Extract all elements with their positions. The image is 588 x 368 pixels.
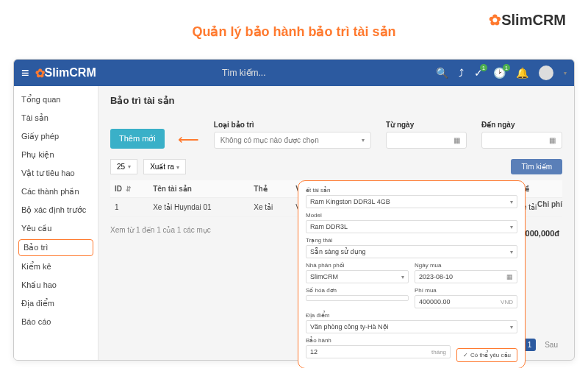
search-wrap bbox=[96, 68, 436, 78]
arrow-annotation-icon: ⟵ bbox=[178, 130, 199, 148]
popup-fee-input[interactable]: 400000.00VND bbox=[415, 295, 517, 308]
sidebar-item-requests[interactable]: Yêu cầu bbox=[14, 219, 98, 238]
check-icon[interactable]: ✓1 bbox=[474, 67, 483, 79]
sidebar-item-accessories[interactable]: Phụ kiện bbox=[14, 146, 98, 164]
filter-row: Thêm mới ⟵ Loại bảo trì Không có mục nào… bbox=[110, 121, 562, 149]
pagesize-select[interactable]: 25 ▾ bbox=[110, 159, 137, 174]
warranty-unit: tháng bbox=[431, 349, 446, 355]
popup-buydate-label: Ngày mua bbox=[415, 262, 517, 269]
currency-label: VND bbox=[501, 299, 513, 305]
pager-next[interactable]: Sau bbox=[540, 339, 562, 351]
search-icon[interactable]: 🔍 bbox=[436, 67, 448, 79]
chevron-down-icon: ▾ bbox=[510, 249, 513, 255]
popup-distributor-select[interactable]: SlimCRM▾ bbox=[306, 270, 409, 283]
outer-brand-logo: ✿SlimCRM bbox=[489, 11, 566, 29]
clock-icon[interactable]: 🕑1 bbox=[493, 67, 506, 79]
popup-location-label: Địa điểm bbox=[306, 312, 517, 319]
filter-type-label: Loại bảo trì bbox=[214, 121, 371, 129]
popup-status-label: Trạng thái bbox=[306, 237, 517, 244]
calendar-icon: ▦ bbox=[506, 273, 513, 280]
chevron-down-icon: ▾ bbox=[401, 274, 404, 280]
app-logo[interactable]: ✿SlimCRM bbox=[35, 66, 96, 80]
popup-invoice-input[interactable] bbox=[306, 295, 409, 301]
chevron-down-icon: ▾ bbox=[176, 164, 179, 171]
topbar: ≡ ✿SlimCRM 🔍 ⤴ ✓1 🕑1 🔔 ▾ bbox=[14, 60, 574, 86]
popup-invoice-label: Số hóa đơn bbox=[306, 287, 409, 294]
chevron-down-icon: ▾ bbox=[362, 137, 365, 144]
filter-to-input[interactable]: ▦ bbox=[481, 132, 562, 149]
popup-asset-select[interactable]: Ram Kingston DDR3L 4GB▾ bbox=[306, 195, 517, 208]
search-button[interactable]: Tìm kiếm bbox=[511, 159, 562, 174]
avatar[interactable] bbox=[539, 66, 553, 80]
sidebar-item-locations[interactable]: Địa điểm bbox=[14, 294, 98, 313]
filter-to-label: Đến ngày bbox=[481, 121, 562, 129]
sidebar-item-consumables[interactable]: Vật tư tiêu hao bbox=[14, 164, 98, 183]
filter-from-input[interactable]: ▦ bbox=[386, 132, 467, 149]
filter-from-label: Từ ngày bbox=[386, 121, 467, 129]
sidebar-item-reports[interactable]: Báo cáo bbox=[14, 313, 98, 330]
chevron-down-icon[interactable]: ▾ bbox=[564, 70, 567, 77]
popup-warranty-label: Bảo hành bbox=[306, 337, 451, 344]
check-icon: ✓ bbox=[463, 352, 468, 358]
menu-icon[interactable]: ≡ bbox=[21, 66, 29, 81]
col-id[interactable]: ID ⇵ bbox=[110, 180, 148, 198]
popup-location-select[interactable]: Văn phòng công ty-Hà Nội▾ bbox=[306, 320, 517, 333]
col-cost-label: Chi phí bbox=[537, 200, 562, 208]
chevron-down-icon: ▾ bbox=[128, 163, 131, 170]
chevron-down-icon: ▾ bbox=[510, 324, 513, 330]
popup-status-select[interactable]: Sẵn sàng sử dụng▾ bbox=[306, 245, 517, 258]
sidebar-item-audit[interactable]: Kiểm kê bbox=[14, 258, 98, 276]
gear-icon: ✿ bbox=[489, 12, 501, 28]
col-tag[interactable]: Thẻ bbox=[249, 180, 291, 198]
add-button[interactable]: Thêm mới bbox=[110, 129, 165, 149]
asset-form-popup: ết tài sản Ram Kingston DDR3L 4GB▾ Model… bbox=[298, 180, 526, 368]
popup-fee-label: Phí mua bbox=[415, 287, 517, 294]
table-toolbar: 25 ▾ Xuất ra ▾ Tìm kiếm bbox=[110, 159, 562, 174]
sidebar-item-depreciation[interactable]: Khấu hao bbox=[14, 276, 98, 294]
topbar-actions: 🔍 ⤴ ✓1 🕑1 🔔 ▾ bbox=[436, 66, 567, 80]
filter-type-select[interactable]: Không có mục nào được chọn▾ bbox=[214, 132, 371, 149]
popup-buydate-input[interactable]: 2023-08-10▦ bbox=[415, 270, 517, 283]
panel-title: Bảo trì tài sản bbox=[110, 95, 562, 106]
sidebar-item-assets[interactable]: Tài sản bbox=[14, 109, 98, 127]
bell-icon[interactable]: 🔔 bbox=[516, 67, 528, 79]
calendar-icon: ▦ bbox=[453, 136, 460, 144]
popup-submit-button[interactable]: ✓ Có thể yêu cầu bbox=[456, 348, 517, 362]
share-icon[interactable]: ⤴ bbox=[459, 67, 464, 79]
cell-tag: Xe tải bbox=[249, 198, 291, 217]
popup-warranty-input[interactable]: 12tháng bbox=[306, 345, 451, 358]
cell-asset-name: Xe tải Huyndai 01 bbox=[148, 198, 249, 217]
col-asset-name[interactable]: Tên tài sản bbox=[148, 180, 249, 198]
sort-icon: ⇵ bbox=[126, 185, 132, 193]
popup-model-select[interactable]: Ram DDR3L▾ bbox=[306, 220, 517, 233]
sidebar-item-overview[interactable]: Tổng quan bbox=[14, 91, 98, 109]
chevron-down-icon: ▾ bbox=[510, 224, 513, 230]
gear-icon: ✿ bbox=[35, 66, 45, 80]
search-input[interactable] bbox=[222, 68, 310, 78]
sidebar-item-predefined[interactable]: Bộ xác định trước bbox=[14, 201, 98, 219]
popup-distributor-label: Nhà phân phối bbox=[306, 262, 409, 269]
sidebar-item-components[interactable]: Các thành phần bbox=[14, 183, 98, 201]
chevron-down-icon: ▾ bbox=[510, 199, 513, 205]
export-button[interactable]: Xuất ra ▾ bbox=[143, 159, 185, 174]
popup-model-label: Model bbox=[306, 212, 517, 219]
popup-asset-label: ết tài sản bbox=[306, 187, 517, 194]
sidebar: Tổng quan Tài sản Giấy phép Phụ kiện Vật… bbox=[14, 86, 98, 360]
calendar-icon: ▦ bbox=[549, 136, 556, 144]
sidebar-item-maintenance[interactable]: Bảo trì bbox=[18, 239, 93, 256]
sidebar-item-licenses[interactable]: Giấy phép bbox=[14, 127, 98, 146]
cell-id: 1 bbox=[110, 198, 148, 217]
